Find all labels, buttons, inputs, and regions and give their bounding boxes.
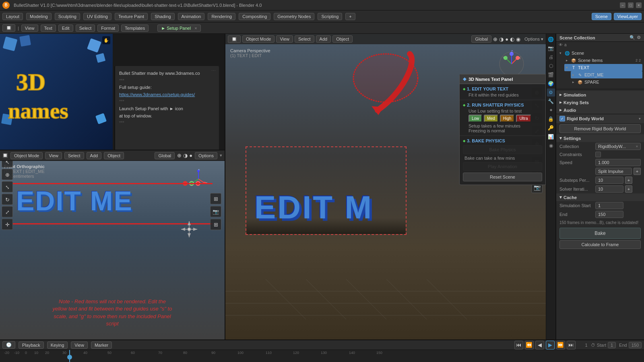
info-link[interactable]: https://www.3dnames.co/setup-guides/ xyxy=(119,91,215,99)
cursor-tool[interactable]: ⊕ xyxy=(2,169,13,180)
psi-object[interactable]: ⚙ xyxy=(547,88,555,97)
rv-add[interactable]: Add xyxy=(316,35,331,43)
start-value[interactable]: 1 xyxy=(608,342,616,348)
bake-physics-btn[interactable]: Bake Physics xyxy=(463,145,542,154)
tree-spare[interactable]: ▸ 📦 SPARE xyxy=(571,78,642,86)
tab-rendering[interactable]: Rendering xyxy=(208,13,235,20)
tree-scene[interactable]: ▾ 🌐 Scene xyxy=(558,49,642,57)
quality-low-btn[interactable]: Low xyxy=(469,115,482,122)
rv-overlay-icon[interactable]: ⊕ xyxy=(493,36,497,42)
tl-marker[interactable]: Marker xyxy=(91,341,112,349)
select-tool[interactable]: ↖ xyxy=(2,161,13,168)
speed-field[interactable]: 1.000 xyxy=(595,159,641,166)
tab-modeling[interactable]: Modeling xyxy=(26,13,52,20)
psi-particles[interactable]: ✦ xyxy=(547,106,555,114)
rv-global[interactable]: Global xyxy=(471,35,491,43)
rv-shading3-icon[interactable]: ◐ xyxy=(510,36,514,42)
view-layer-selector[interactable]: ViewLayer xyxy=(614,13,642,20)
setup-panel-tab[interactable]: ► Setup Panel × xyxy=(157,25,200,32)
play-back-btn[interactable]: ◀ xyxy=(535,341,544,350)
right-viewport[interactable]: 🔲 Object Mode View Select Add Object Glo… xyxy=(225,34,546,339)
jump-end-btn[interactable]: ⏭ xyxy=(567,341,576,350)
collection-field[interactable]: RigidBodyW... × xyxy=(595,143,641,150)
rv-options[interactable]: Options ▾ xyxy=(524,37,543,42)
rv-shading-icon[interactable]: ◑ xyxy=(499,36,504,42)
tree-text[interactable]: ▾ T TEXT xyxy=(564,64,642,71)
quality-ultra-btn[interactable]: Ultra xyxy=(516,115,531,122)
scene-selector[interactable]: Scene xyxy=(592,13,611,20)
quality-high-btn[interactable]: High xyxy=(500,115,515,122)
editor-type-btn[interactable]: 🔲 xyxy=(2,24,15,32)
templates-menu[interactable]: Templates xyxy=(121,25,149,32)
text-menu[interactable]: Text xyxy=(41,25,56,32)
play-animation-btn[interactable]: Play Animation xyxy=(463,162,542,171)
tl-editor-type[interactable]: 🕒 xyxy=(2,341,15,349)
psi-scene[interactable]: 🌐 xyxy=(547,35,555,43)
tab-texture-paint[interactable]: Texture Paint xyxy=(115,13,148,20)
filter-icon[interactable]: 🔍 xyxy=(630,35,635,40)
tl-playback[interactable]: Playback xyxy=(19,341,44,349)
bake-btn[interactable]: Bake xyxy=(559,228,641,239)
setup-panel-close[interactable]: × xyxy=(194,26,197,31)
psi-output[interactable]: 🖨 xyxy=(547,53,555,61)
psi-constraints[interactable]: 🔑 xyxy=(547,124,555,132)
tab-layout[interactable]: Layout xyxy=(2,13,23,20)
end-value-tl[interactable]: 150 xyxy=(629,342,642,348)
edit-menu[interactable]: Edit xyxy=(58,25,73,32)
tab-sculpting[interactable]: Sculpting xyxy=(55,13,80,20)
psi-render[interactable]: 📷 xyxy=(547,44,555,52)
scale-tool[interactable]: ⤢ xyxy=(2,206,13,218)
play-btn[interactable]: ▶ xyxy=(546,341,555,350)
select-menu[interactable]: Select xyxy=(76,25,95,32)
cache-section-header[interactable]: ▾ Cache xyxy=(556,193,644,201)
tab-geometry-nodes[interactable]: Geometry Nodes xyxy=(274,13,314,20)
psi-physics[interactable]: 🔒 xyxy=(547,115,555,123)
rb-checkbox[interactable]: ✓ xyxy=(559,116,565,121)
minimize-btn[interactable]: − xyxy=(620,2,625,8)
tab-plus[interactable]: + xyxy=(345,13,355,20)
tab-scripting[interactable]: Scripting xyxy=(318,13,342,20)
global-btn-left[interactable]: Global xyxy=(155,152,175,159)
tab-compositing[interactable]: Compositing xyxy=(239,13,270,20)
tab-shading[interactable]: Shading xyxy=(151,13,174,20)
calc-frame-btn[interactable]: Calculate to Frame xyxy=(559,240,641,249)
grid-view[interactable]: ⊞ xyxy=(210,219,221,230)
zoom-fit[interactable]: ⊞ xyxy=(210,193,221,204)
settings-icon[interactable]: ⚙ xyxy=(637,35,641,40)
object-btn-left[interactable]: Object xyxy=(104,152,124,159)
format-menu[interactable]: Format xyxy=(97,25,119,32)
close-btn[interactable]: × xyxy=(636,2,642,8)
vis-icon1[interactable]: 2 xyxy=(636,58,638,62)
maximize-btn[interactable]: □ xyxy=(628,2,634,8)
psi-view-layer[interactable]: ⬡ xyxy=(547,62,555,70)
rv-object[interactable]: Object xyxy=(332,35,353,43)
options-btn-left[interactable]: Options xyxy=(195,152,217,159)
view-btn-left[interactable]: View xyxy=(45,152,62,159)
viewport-shading2-icon[interactable]: ● xyxy=(189,152,192,158)
resize-handle[interactable]: ⋯ xyxy=(211,68,216,74)
psi-modifier[interactable]: 🔧 xyxy=(547,97,555,105)
rv-shading4-icon[interactable]: ◉ xyxy=(516,36,520,42)
sim-start-field[interactable]: 1 xyxy=(595,202,623,209)
solver-field[interactable]: 10 xyxy=(595,185,623,193)
split-impulse-plus[interactable]: + xyxy=(634,168,641,175)
solver-plus[interactable]: + xyxy=(625,185,632,193)
step-back-btn[interactable]: ⏪ xyxy=(525,341,534,350)
step-fwd-btn[interactable]: ⏩ xyxy=(556,341,565,350)
tl-keying[interactable]: Keying xyxy=(47,341,68,349)
rv-shading2-icon[interactable]: ● xyxy=(505,36,508,42)
rv-mode[interactable]: Object Mode xyxy=(242,35,275,43)
psi-data[interactable]: 📊 xyxy=(547,133,555,141)
select-btn-left[interactable]: Select xyxy=(64,152,84,159)
tab-animation[interactable]: Animation xyxy=(178,13,205,20)
psi-world[interactable]: 🌍 xyxy=(547,80,555,88)
substeps-plus[interactable]: + xyxy=(625,177,632,184)
object-mode-btn[interactable]: Object Mode xyxy=(10,152,43,159)
camera-view[interactable]: 📷 xyxy=(210,206,221,217)
jump-start-btn[interactable]: ⏮ xyxy=(514,341,523,350)
transform-gizmo[interactable] xyxy=(181,221,197,239)
end-field[interactable]: 150 xyxy=(595,211,623,218)
quality-med-btn[interactable]: Med xyxy=(484,115,498,122)
rv-select[interactable]: Select xyxy=(295,35,314,43)
cursor-handle[interactable] xyxy=(67,355,72,360)
